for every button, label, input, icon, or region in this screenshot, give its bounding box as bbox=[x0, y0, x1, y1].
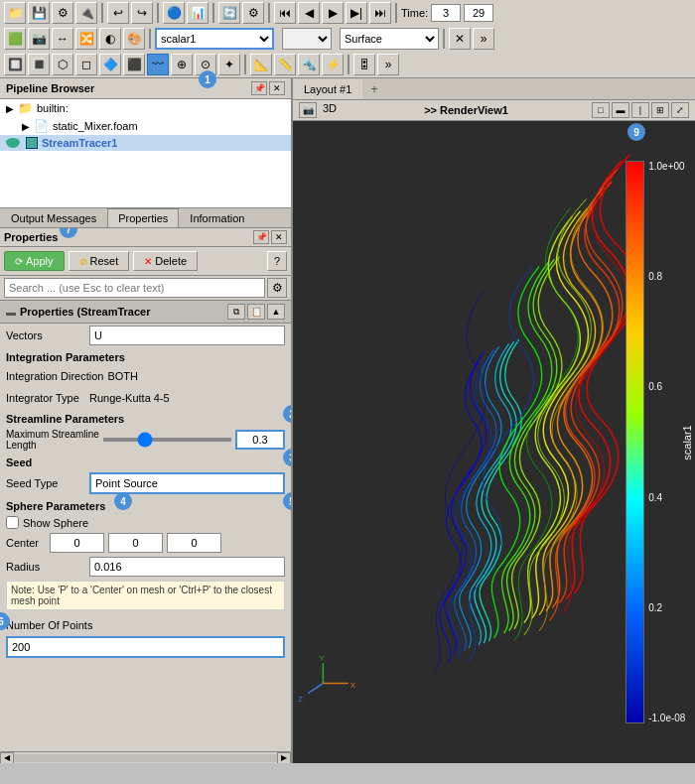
tab-information[interactable]: Information bbox=[179, 208, 255, 227]
toolbar-source-btn[interactable]: 📊 bbox=[187, 2, 208, 24]
center-x-input[interactable] bbox=[50, 533, 104, 553]
tb3-btn15[interactable]: 🎛 bbox=[353, 54, 375, 75]
tb3-btn12[interactable]: 📏 bbox=[274, 54, 296, 75]
render-area[interactable]: X Y Z 1.0e+00 0.8 0.6 0.4 0.2 -1.0e-08 bbox=[293, 121, 695, 763]
tb2-btn4[interactable]: 🔀 bbox=[75, 28, 97, 50]
toolbar-refresh-btn[interactable]: 🔄 bbox=[218, 2, 240, 24]
tb3-btn16[interactable]: » bbox=[377, 54, 399, 75]
props-close-btn[interactable]: ✕ bbox=[271, 230, 287, 244]
toolbar-redo-btn[interactable]: ↪ bbox=[131, 2, 153, 24]
view-layout-split-v-btn[interactable]: | bbox=[631, 102, 649, 118]
time-play-btn[interactable]: ▶ bbox=[322, 2, 344, 24]
tab-output-messages[interactable]: Output Messages bbox=[0, 208, 107, 227]
center-z-input[interactable] bbox=[167, 533, 221, 553]
time-value-input[interactable] bbox=[431, 4, 461, 22]
add-layout-btn[interactable]: + bbox=[362, 78, 386, 99]
toolbar-undo-btn[interactable]: ↩ bbox=[107, 2, 129, 24]
view-layout-split-h-btn[interactable]: ▬ bbox=[612, 102, 629, 118]
coloring-method-dropdown[interactable] bbox=[282, 28, 332, 50]
surface-dropdown[interactable]: Surface bbox=[340, 28, 439, 50]
view-layout-quad-btn[interactable]: ⊞ bbox=[651, 102, 669, 118]
props-paste-btn[interactable]: 📋 bbox=[247, 304, 265, 320]
tb3-btn7[interactable]: 〰 bbox=[147, 54, 169, 75]
tb2-btn3[interactable]: ↔ bbox=[52, 28, 73, 50]
render-view-right-controls: □ ▬ | ⊞ ⤢ bbox=[592, 102, 689, 118]
sep5 bbox=[395, 3, 397, 23]
show-sphere-checkbox[interactable] bbox=[6, 516, 19, 529]
time-step-input[interactable] bbox=[464, 4, 493, 22]
time-first-btn[interactable]: ⏮ bbox=[274, 2, 296, 24]
props-scroll-btn[interactable]: ▲ bbox=[267, 304, 285, 320]
toolbar-settings-btn[interactable]: ⚙ bbox=[242, 2, 264, 24]
tb3-btn14[interactable]: ⚡ bbox=[322, 54, 344, 75]
tb3-btn10[interactable]: ✦ bbox=[218, 54, 240, 75]
vectors-value-input[interactable] bbox=[89, 326, 285, 345]
max-streamline-slider[interactable] bbox=[103, 438, 231, 442]
sphere-section-title: Sphere Parameters 4 5 bbox=[0, 496, 291, 514]
section-collapse-icon: ▬ bbox=[6, 307, 16, 318]
tb3-btn13[interactable]: 🔩 bbox=[298, 54, 320, 75]
tb3-btn1[interactable]: 🔲 bbox=[4, 54, 26, 75]
toolbar-open-btn[interactable]: 📁 bbox=[4, 2, 26, 24]
time-next-btn[interactable]: ▶| bbox=[346, 2, 367, 24]
tb2-close-btn[interactable]: ✕ bbox=[449, 28, 471, 50]
pipeline-close-btn[interactable]: ✕ bbox=[269, 81, 285, 95]
help-button[interactable]: ? bbox=[267, 251, 287, 271]
view-maximize-btn[interactable]: ⤢ bbox=[671, 102, 689, 118]
tb2-btn6[interactable]: 🎨 bbox=[123, 28, 145, 50]
pipeline-pin-btn[interactable]: 📌 bbox=[251, 81, 267, 95]
seed-type-input[interactable] bbox=[89, 472, 285, 494]
stream-type-icon bbox=[26, 137, 38, 149]
max-streamline-value[interactable] bbox=[235, 430, 285, 450]
center-y-input[interactable] bbox=[108, 533, 163, 553]
pipeline-item-streamtracer[interactable]: StreamTracer1 bbox=[0, 135, 291, 151]
toolbar-filter-btn[interactable]: 🔵 bbox=[163, 2, 185, 24]
pipeline-item-foam[interactable]: ▶ 📄 static_Mixer.foam bbox=[0, 117, 291, 135]
toolbar-connect-btn[interactable]: ⚙ bbox=[52, 2, 73, 24]
time-prev-btn[interactable]: ◀ bbox=[298, 2, 320, 24]
search-input[interactable] bbox=[4, 278, 265, 298]
badge-9: 9 bbox=[627, 123, 645, 141]
tb3-btn5[interactable]: 🔷 bbox=[99, 54, 121, 75]
props-copy-btn[interactable]: ⧉ bbox=[227, 304, 245, 320]
badge-5: 5 bbox=[283, 492, 291, 510]
apply-button[interactable]: ⟳ Apply bbox=[4, 251, 65, 271]
toolbar-disconnect-btn[interactable]: 🔌 bbox=[75, 2, 97, 24]
view-screenshot-btn[interactable]: 📷 bbox=[299, 102, 317, 118]
tb3-btn8[interactable]: ⊕ bbox=[171, 54, 193, 75]
sep7 bbox=[443, 29, 445, 49]
tb3-btn11[interactable]: 📐 bbox=[250, 54, 272, 75]
props-pin-btn[interactable]: 📌 bbox=[253, 230, 269, 244]
render-view-title: >> RenderView1 bbox=[424, 104, 508, 116]
svg-line-2 bbox=[308, 684, 323, 694]
render-tab-layout1[interactable]: Layout #1 bbox=[293, 79, 362, 99]
tb3-btn3[interactable]: ⬡ bbox=[52, 54, 73, 75]
num-points-input[interactable] bbox=[6, 636, 285, 658]
toolbar-save-btn[interactable]: 💾 bbox=[28, 2, 50, 24]
badge-4: 4 bbox=[114, 492, 132, 510]
search-row: ⚙ bbox=[0, 276, 291, 301]
tb2-btn2[interactable]: 📷 bbox=[28, 28, 50, 50]
tb3-btn4[interactable]: ◻ bbox=[75, 54, 97, 75]
search-gear-icon[interactable]: ⚙ bbox=[267, 278, 287, 298]
pipeline-item-builtin[interactable]: ▶ 📁 builtin: bbox=[0, 99, 291, 117]
tb2-btn5[interactable]: ◐ bbox=[99, 28, 121, 50]
delete-button[interactable]: ✕ Delete bbox=[133, 251, 198, 271]
time-last-btn[interactable]: ⏭ bbox=[369, 2, 391, 24]
tb2-btn1[interactable]: 🟩 bbox=[4, 28, 26, 50]
tb2-more-btn[interactable]: » bbox=[473, 28, 494, 50]
expand-icon-2: ▶ bbox=[22, 121, 30, 132]
tb3-btn6[interactable]: ⬛ bbox=[123, 54, 145, 75]
radius-input[interactable] bbox=[89, 557, 285, 577]
scroll-left-btn[interactable]: ◀ bbox=[0, 752, 14, 764]
scalar-dropdown[interactable]: scalar1 bbox=[155, 28, 274, 50]
tb3-btn2[interactable]: 🔳 bbox=[28, 54, 50, 75]
reset-button[interactable]: ⊘ Reset bbox=[69, 251, 130, 271]
tab-properties[interactable]: Properties bbox=[107, 208, 179, 227]
colorbar-label-0.8: 0.8 bbox=[648, 271, 685, 282]
pipeline-browser-title-area: Pipeline Browser bbox=[6, 82, 94, 94]
view-layout-single-btn[interactable]: □ bbox=[592, 102, 610, 118]
toolbar-row-2: 🟩 📷 ↔ 🔀 ◐ 🎨 scalar1 Surface ✕ » bbox=[0, 26, 695, 52]
scroll-right-btn[interactable]: ▶ bbox=[277, 752, 291, 764]
num-points-label: Number Of Points bbox=[6, 619, 92, 631]
